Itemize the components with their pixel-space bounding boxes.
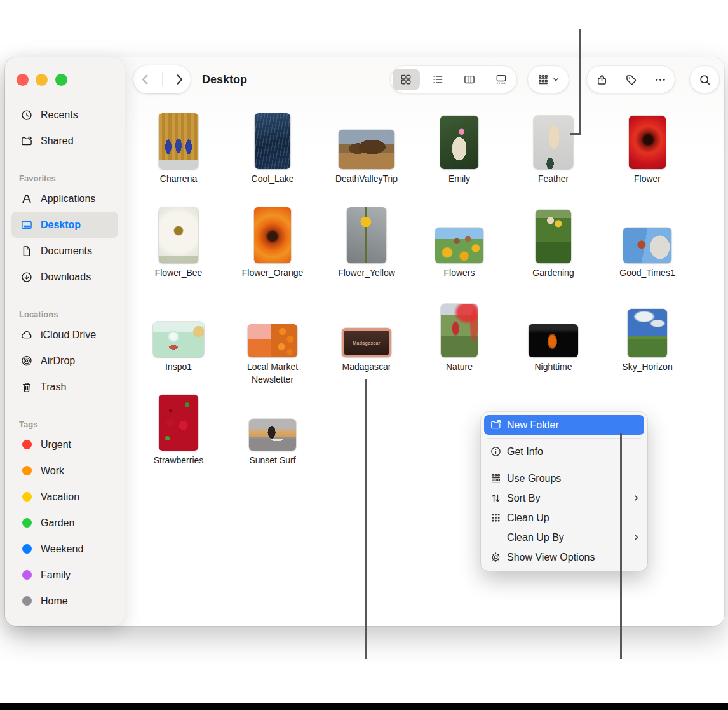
file-label: Cool_Lake (252, 173, 294, 186)
sidebar-tag-work[interactable]: Work (11, 458, 118, 484)
tag-dot-green (22, 518, 32, 528)
file-item[interactable]: Strawberries (134, 391, 223, 467)
list-view-button[interactable] (422, 66, 454, 93)
sidebar-tag-garden[interactable]: Garden (11, 510, 118, 536)
file-label: Flowers (443, 267, 475, 280)
file-item[interactable]: Emily (415, 109, 504, 186)
more-button[interactable] (654, 73, 667, 86)
newsletter-thumbnail[interactable] (248, 324, 297, 357)
strawberries-thumbnail[interactable] (159, 395, 198, 451)
tag-dot-orange (22, 466, 32, 475)
file-label: DeathValleyTrip (335, 173, 398, 186)
file-item[interactable]: Flower (603, 109, 692, 186)
tag-dot-purple (22, 570, 32, 580)
file-label: Nighttime (534, 361, 572, 374)
nighttime-thumbnail[interactable] (529, 324, 578, 357)
sidebar-header-locations: Locations (5, 290, 125, 322)
file-item[interactable]: Inspo1 (134, 297, 223, 374)
file-item[interactable]: Nature (415, 297, 504, 374)
sidebar-item-applications[interactable]: Applications (11, 186, 118, 212)
column-view-button[interactable] (454, 66, 485, 93)
file-item[interactable]: Gardening (509, 203, 598, 280)
feather-thumbnail[interactable] (534, 116, 573, 169)
sidebar-tag-home[interactable]: Home (11, 588, 118, 614)
clean-up-icon (490, 512, 507, 524)
file-label: Madagascar (342, 361, 391, 374)
good-times-thumbnail[interactable] (623, 228, 671, 263)
nature-thumbnail[interactable] (441, 304, 478, 357)
submenu-chevron-icon (632, 494, 640, 502)
sidebar-item-airdrop[interactable]: AirDrop (11, 348, 118, 374)
sunset-surf-thumbnail[interactable] (249, 419, 296, 451)
sky-horizon-thumbnail[interactable] (628, 309, 667, 357)
file-item[interactable]: Flower_Yellow (322, 203, 411, 280)
sidebar-item-shared[interactable]: Shared (11, 128, 118, 154)
flower-thumbnail[interactable] (629, 116, 666, 169)
flower-orange-thumbnail[interactable] (254, 207, 291, 263)
sidebar-item-icloud-drive[interactable]: iCloud Drive (11, 322, 118, 348)
trash-icon (19, 381, 34, 393)
sidebar-tag-urgent[interactable]: Urgent (11, 432, 118, 458)
sidebar-list: Recents Shared Favorites Applications De… (5, 102, 125, 614)
sort-icon (490, 492, 507, 504)
file-item[interactable]: MadagascarMadagascar (322, 297, 411, 374)
file-item[interactable]: Feather (509, 109, 598, 186)
sidebar-tag-weekend[interactable]: Weekend (11, 536, 118, 562)
file-item[interactable]: Flowers (415, 203, 504, 280)
file-item[interactable]: Cool_Lake (228, 109, 317, 186)
file-label: Flower_Orange (242, 267, 304, 280)
cool-lake-thumbnail[interactable] (255, 113, 290, 169)
file-item[interactable]: DeathValleyTrip (322, 109, 411, 186)
sidebar-item-documents[interactable]: Documents (11, 238, 118, 264)
file-item[interactable]: Nighttime (509, 297, 598, 374)
tag-dot-yellow (22, 492, 32, 502)
menu-item-new-folder[interactable]: New Folder (484, 415, 644, 435)
sidebar-tag-family[interactable]: Family (11, 562, 118, 588)
window-title: Desktop (202, 65, 247, 93)
file-item[interactable]: Sky_Horizon (603, 297, 692, 374)
sidebar-item-trash[interactable]: Trash (11, 374, 118, 400)
file-label: Local Market Newsletter (228, 361, 317, 386)
forward-button[interactable] (172, 72, 186, 86)
sidebar-item-downloads[interactable]: Downloads (11, 264, 118, 290)
file-item[interactable]: Flower_Orange (228, 203, 317, 280)
flower-bee-thumbnail[interactable] (159, 207, 198, 263)
toolbar-actions (587, 66, 675, 93)
group-by-button[interactable] (528, 66, 569, 93)
sidebar-item-recents[interactable]: Recents (11, 102, 118, 128)
inspo-thumbnail[interactable] (153, 322, 204, 357)
context-menu: New Folder Get Info Use Groups Sort By C… (481, 412, 647, 571)
share-icon (595, 73, 609, 86)
desktop-icon (19, 219, 34, 231)
emily-thumbnail[interactable] (440, 116, 478, 169)
flowers-thumbnail[interactable] (435, 228, 483, 263)
file-label: Good_Times1 (619, 267, 675, 280)
file-item[interactable]: Charreria (134, 109, 223, 186)
callout-line-madagascar (365, 379, 367, 659)
flower-yellow-thumbnail[interactable] (347, 207, 386, 263)
sidebar: Recents Shared Favorites Applications De… (5, 57, 125, 626)
minimize-window-button[interactable] (36, 74, 48, 86)
madagascar-thumbnail[interactable]: Madagascar (342, 328, 391, 357)
search-button[interactable] (690, 66, 719, 93)
death-valley-thumbnail[interactable] (339, 130, 394, 169)
back-button[interactable] (138, 72, 152, 86)
callout-line-feather-jog (570, 133, 581, 135)
use-groups-icon (490, 472, 507, 484)
icon-view-button[interactable] (391, 66, 422, 93)
file-item[interactable]: Flower_Bee (134, 203, 223, 280)
charreria-thumbnail[interactable] (159, 113, 198, 169)
file-item[interactable]: Local Market Newsletter (228, 297, 317, 386)
gallery-view-button[interactable] (485, 66, 516, 93)
tag-button[interactable] (624, 73, 638, 86)
share-button[interactable] (595, 73, 609, 86)
gardening-thumbnail[interactable] (536, 210, 571, 263)
nav-buttons (133, 65, 191, 93)
grid-view-icon (400, 73, 412, 86)
sidebar-item-desktop[interactable]: Desktop (11, 212, 118, 238)
close-window-button[interactable] (17, 74, 29, 86)
zoom-window-button[interactable] (55, 74, 67, 86)
file-item[interactable]: Sunset Surf (228, 391, 317, 467)
file-item[interactable]: Good_Times1 (603, 203, 692, 280)
sidebar-tag-vacation[interactable]: Vacation (11, 484, 118, 510)
